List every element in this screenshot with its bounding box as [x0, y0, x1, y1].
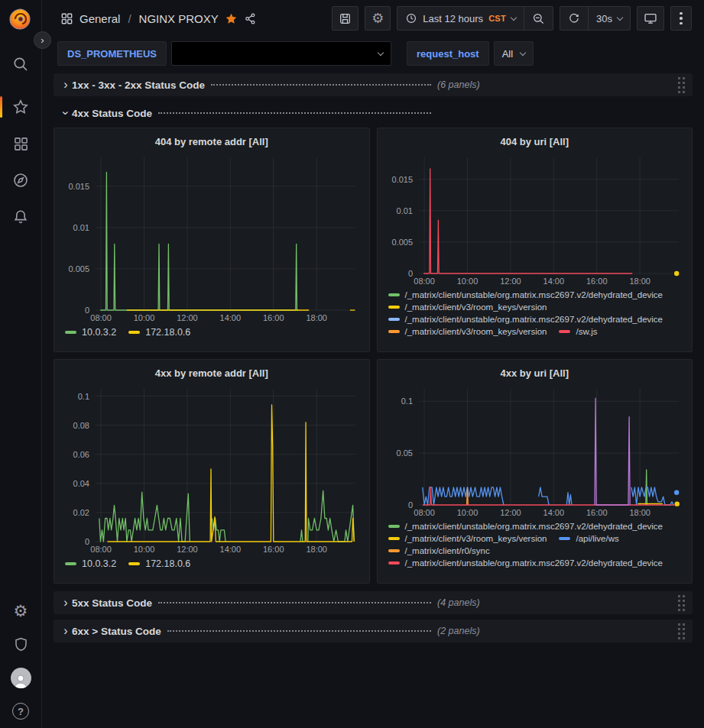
- row-4xx[interactable]: › 4xx Status Code: [54, 102, 693, 125]
- legend-item[interactable]: /_matrix/client/unstable/org.matrix.msc2…: [388, 558, 663, 568]
- legend-item[interactable]: /_matrix/client/r0/sync: [388, 546, 490, 555]
- legend-series-name: /_matrix/client/v3/room_keys/version: [405, 327, 547, 336]
- sidebar-item-profile[interactable]: [0, 661, 42, 694]
- legend-item[interactable]: /sw.js: [559, 327, 597, 336]
- save-dashboard-button[interactable]: [332, 6, 358, 31]
- top-navbar: General / NGINX PROXY ⚙: [42, 0, 704, 37]
- series-line: [423, 169, 632, 273]
- shield-icon: [13, 636, 29, 652]
- legend-item[interactable]: 10.0.3.2: [65, 327, 116, 338]
- legend-item[interactable]: 172.18.0.6: [128, 327, 190, 338]
- chart-canvas[interactable]: 00.0050.010.01508:0010:0012:0014:0016:00…: [384, 151, 686, 287]
- datasource-variable-label[interactable]: DS_PROMETHEUS: [57, 41, 167, 66]
- breadcrumb-dashboard-title[interactable]: NGINX PROXY: [139, 12, 219, 25]
- legend-swatch: [388, 318, 400, 321]
- chart-canvas[interactable]: 00.050.108:0010:0012:0014:0016:0018:00: [384, 383, 686, 519]
- breadcrumb: General / NGINX PROXY: [60, 12, 257, 25]
- sidebar-item-server-admin[interactable]: [0, 627, 42, 661]
- chart-plot-area[interactable]: 00.0050.010.01508:0010:0012:0014:0016:00…: [384, 151, 686, 287]
- chart-plot-area[interactable]: 00.020.040.060.080.108:0010:0012:0014:00…: [60, 383, 363, 555]
- legend-swatch: [65, 331, 76, 334]
- panel-title[interactable]: 404 by remote addr [All]: [60, 131, 363, 151]
- avatar: [11, 668, 31, 688]
- sidebar-item-search[interactable]: [0, 47, 42, 81]
- chart-canvas[interactable]: 00.0050.010.01508:0010:0012:0014:0016:00…: [60, 151, 363, 324]
- series-line: [308, 490, 354, 542]
- sidebar-expand-button[interactable]: ›: [34, 31, 51, 49]
- zoom-out-time-button[interactable]: [524, 7, 553, 30]
- panel-title[interactable]: 4xx by uri [All]: [384, 363, 686, 383]
- panel-title[interactable]: 404 by uri [All]: [384, 131, 686, 151]
- series-line: [300, 530, 303, 542]
- row-panel-count: (4 panels): [437, 597, 480, 608]
- breadcrumb-separator: /: [126, 12, 132, 25]
- legend-item[interactable]: /_matrix/client/unstable/org.matrix.msc2…: [388, 315, 663, 324]
- legend-item[interactable]: /_matrix/client/unstable/org.matrix.msc2…: [388, 522, 663, 531]
- y-axis-label: 0.06: [73, 450, 89, 459]
- datasource-select[interactable]: [171, 41, 391, 66]
- breadcrumb-section[interactable]: General: [79, 12, 120, 25]
- row-drag-handle[interactable]: [677, 76, 688, 94]
- sidebar-item-configuration[interactable]: ⚙: [0, 594, 42, 627]
- y-axis-label: 0.005: [68, 264, 89, 273]
- gear-icon: ⚙: [371, 11, 384, 25]
- star-icon: [12, 99, 29, 115]
- row-title: 4xx Status Code: [72, 108, 152, 119]
- y-axis-label: 0: [407, 500, 412, 510]
- dashboard-settings-button[interactable]: ⚙: [365, 6, 391, 31]
- y-axis-label: 0.1: [401, 396, 412, 406]
- sidebar-item-help[interactable]: ?: [0, 694, 42, 728]
- sidebar-item-starred[interactable]: [0, 90, 42, 124]
- x-axis-label: 14:00: [220, 313, 242, 322]
- legend-swatch: [388, 549, 400, 552]
- chart-canvas[interactable]: 00.020.040.060.080.108:0010:0012:0014:00…: [60, 383, 363, 555]
- series-line: [538, 487, 549, 505]
- variables-bar: DS_PROMETHEUS request_host All: [42, 37, 704, 70]
- x-axis-label: 08:00: [90, 313, 112, 322]
- row-drag-handle[interactable]: [677, 622, 688, 640]
- time-range-picker[interactable]: Last 12 hours CST: [397, 7, 524, 30]
- legend-series-name: 172.18.0.6: [145, 558, 190, 569]
- chart-plot-area[interactable]: 00.050.108:0010:0012:0014:0016:0018:00: [384, 383, 686, 519]
- save-icon: [339, 12, 352, 25]
- panel-title[interactable]: 4xx by remote addr [All]: [60, 363, 363, 383]
- chevron-down-icon: [511, 14, 517, 20]
- person-icon: [12, 673, 29, 688]
- row-title: 1xx - 3xx - 2xx Status Code: [72, 79, 205, 91]
- sidebar-item-alerting[interactable]: [0, 200, 42, 234]
- share-icon[interactable]: [244, 12, 257, 25]
- sidebar: ⚙ ?: [0, 0, 42, 728]
- grafana-logo[interactable]: [0, 5, 42, 34]
- sidebar-item-dashboards[interactable]: [0, 127, 42, 160]
- sidebar-item-explore[interactable]: [0, 163, 42, 197]
- legend-item[interactable]: /_matrix/client/v3/room_keys/version: [388, 534, 547, 543]
- panel-legend: /_matrix/client/unstable/org.matrix.msc2…: [384, 287, 686, 345]
- x-axis-label: 14:00: [543, 277, 564, 286]
- chart-plot-area[interactable]: 00.0050.010.01508:0010:0012:0014:0016:00…: [60, 151, 363, 324]
- bell-icon: [12, 209, 29, 225]
- panel-legend: /_matrix/client/unstable/org.matrix.msc2…: [384, 519, 686, 577]
- legend-item[interactable]: 10.0.3.2: [65, 558, 116, 569]
- more-options-button[interactable]: [670, 6, 692, 31]
- refresh-interval-picker[interactable]: 30s: [588, 7, 630, 30]
- legend-item[interactable]: /_matrix/client/unstable/org.matrix.msc2…: [388, 290, 663, 299]
- request-host-select[interactable]: All: [494, 41, 534, 66]
- legend-series-name: 10.0.3.2: [82, 327, 116, 338]
- row-title: 6xx > Status Code: [72, 626, 161, 637]
- legend-item[interactable]: 172.18.0.6: [128, 558, 190, 569]
- y-axis-label: 0: [85, 306, 89, 315]
- row-5xx[interactable]: › 5xx Status Code (4 panels): [54, 591, 693, 614]
- timezone-label: CST: [488, 14, 506, 23]
- request-host-variable-label[interactable]: request_host: [407, 41, 489, 66]
- refresh-button[interactable]: [560, 7, 588, 30]
- legend-item[interactable]: /_matrix/client/v3/room_keys/version: [388, 327, 547, 336]
- row-1xx-3xx-2xx[interactable]: › 1xx - 3xx - 2xx Status Code (6 panels): [54, 73, 693, 96]
- y-axis-label: 0.08: [73, 421, 89, 430]
- favorite-star-icon[interactable]: [225, 12, 238, 25]
- legend-item[interactable]: /_matrix/client/v3/room_keys/version: [388, 303, 547, 312]
- row-6xx[interactable]: › 6xx > Status Code (2 panels): [54, 620, 693, 642]
- row-drag-handle[interactable]: [677, 594, 688, 612]
- tv-kiosk-mode-button[interactable]: [637, 6, 664, 31]
- legend-item[interactable]: /api/live/ws: [559, 534, 618, 543]
- panel-legend: 10.0.3.2172.18.0.6: [60, 324, 363, 345]
